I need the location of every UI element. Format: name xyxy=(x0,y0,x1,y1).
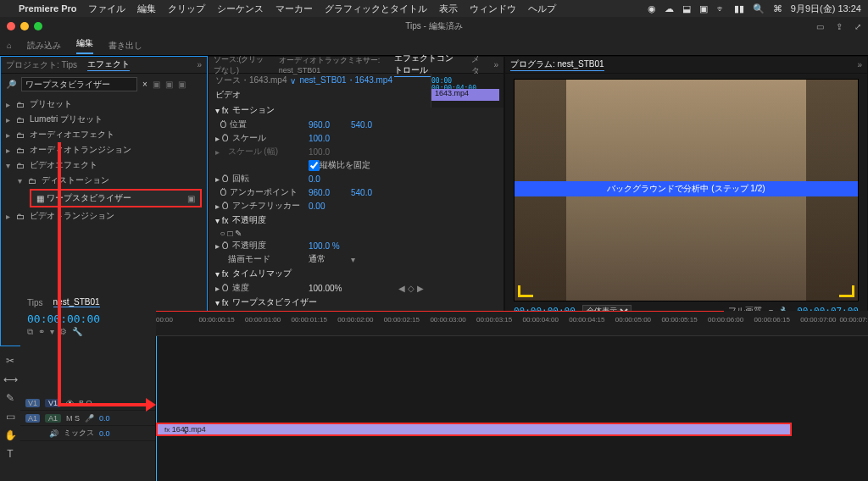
ec-opacity-value[interactable]: 100.0 % xyxy=(309,241,351,251)
program-video[interactable]: バックグラウンドで分析中 (ステップ 1/2) xyxy=(514,79,859,301)
timeline-tab-tips[interactable]: Tips xyxy=(27,298,43,307)
zoom-window-icon[interactable] xyxy=(34,22,42,30)
ec-position-x[interactable]: 960.0 xyxy=(309,120,351,130)
app-name[interactable]: Premiere Pro xyxy=(19,3,76,14)
clear-search-icon[interactable]: × xyxy=(142,80,147,89)
ec-position-label: 位置 xyxy=(230,119,247,130)
menu-sequence[interactable]: シーケンス xyxy=(217,3,264,15)
menu-view[interactable]: 表示 xyxy=(439,3,458,15)
track-mix-db[interactable]: 0.0 xyxy=(99,429,110,438)
status-wifi-icon[interactable]: ᯤ xyxy=(716,3,726,14)
menu-window[interactable]: ウィンドウ xyxy=(470,3,516,15)
menu-file[interactable]: ファイル xyxy=(88,3,125,15)
ruler-tick: 00:00:04:00 xyxy=(523,316,559,323)
share-icon[interactable]: ⇪ xyxy=(836,22,843,31)
ruler-tick: 00:00:01:15 xyxy=(292,316,327,323)
status-dropbox-icon[interactable]: ⬓ xyxy=(682,3,691,14)
tab-import[interactable]: 読み込み xyxy=(27,40,61,52)
video-clip[interactable]: fx 1643.mp4 ⤹ xyxy=(156,423,792,436)
close-window-icon[interactable] xyxy=(7,22,15,30)
ec-anchor-x[interactable]: 960.0 xyxy=(309,188,351,197)
timeline-panel: ▶ ⇥ ↔ ✂ ⟷ ✎ ▭ ✋ T Tips nest_STB01 00:00:… xyxy=(0,293,868,481)
ec-antiflicker-value[interactable]: 0.00 xyxy=(309,202,351,211)
search-icon: 🔎 xyxy=(6,80,16,89)
document-title: Tips - 編集済み xyxy=(405,20,462,32)
menu-help[interactable]: ヘルプ xyxy=(528,3,556,15)
track-a1-ms[interactable]: M S xyxy=(66,414,80,423)
keyframe-area[interactable]: 00:00 00:00:04:00 1643.mp4 xyxy=(431,74,504,108)
status-search-icon[interactable]: 🔍 xyxy=(753,3,765,14)
ruler-tick: 00:00:06:15 xyxy=(754,316,790,323)
razor-tool-icon[interactable]: ✂ xyxy=(6,355,14,367)
status-cc-icon[interactable]: ☁ xyxy=(665,3,674,14)
tab-project[interactable]: プロジェクト: Tips xyxy=(6,59,77,71)
track-a1-toggle[interactable]: A1 xyxy=(45,414,61,423)
folder-distortion[interactable]: ▾🗀ディストーション xyxy=(6,173,202,188)
folder-lumetri[interactable]: ▸🗀Lumetri プリセット xyxy=(6,112,202,127)
menu-marker[interactable]: マーカー xyxy=(275,3,313,15)
ec-uniform-scale-checkbox[interactable] xyxy=(309,160,320,171)
menubar-clock[interactable]: 9月9日(金) 13:24 xyxy=(791,3,861,15)
tab-edit[interactable]: 編集 xyxy=(76,37,93,54)
menu-graphics[interactable]: グラフィックとタイトル xyxy=(325,3,427,15)
timeline-ruler[interactable]: 00:00 00:00:00:15 00:00:01:00 00:00:01:1… xyxy=(156,311,868,336)
ruler-tick: 00:00 xyxy=(156,316,173,323)
folder-audio-tr[interactable]: ▸🗀オーディオトランジション xyxy=(6,142,202,158)
hand-tool-icon[interactable]: ✋ xyxy=(4,429,17,441)
playhead[interactable] xyxy=(156,336,157,481)
ec-clip-bar[interactable]: 1643.mp4 xyxy=(431,89,499,101)
ec-time-remap[interactable]: ▾ fxタイムリマップ xyxy=(209,266,431,281)
ec-position-y[interactable]: 540.0 xyxy=(351,120,372,130)
window-titlebar: Tips - 編集済み ▭ ⇪ ⤢ xyxy=(0,17,868,36)
folder-video-fx[interactable]: ▾🗀ビデオエフェクト xyxy=(6,158,202,173)
slip-tool-icon[interactable]: ⟷ xyxy=(3,373,18,385)
timeline-timecode[interactable]: 00:00:00:00 xyxy=(27,312,149,325)
status-battery-icon: ▮▮ xyxy=(734,3,744,14)
timeline-clip-area[interactable]: fx 1643.mp4 ⤹ xyxy=(156,336,868,481)
v1-source-patch[interactable]: V1 xyxy=(25,399,40,407)
track-mix-label[interactable]: ミックス xyxy=(64,428,94,439)
status-control-icon[interactable]: ⌘ xyxy=(773,3,782,14)
program-title[interactable]: プログラム: nest_STB01 xyxy=(510,58,604,71)
ec-opacity-label: 不透明度 xyxy=(232,240,266,252)
fx-badge3-icon[interactable]: ▣ xyxy=(178,80,186,89)
ec-blend-value[interactable]: 通常 xyxy=(309,253,351,265)
folder-audio-fx[interactable]: ▸🗀オーディオエフェクト xyxy=(6,127,202,142)
menu-edit[interactable]: 編集 xyxy=(137,3,156,15)
a1-source-patch[interactable]: A1 xyxy=(25,414,40,423)
fx-badge1-icon[interactable]: ▣ xyxy=(153,80,160,89)
minimize-window-icon[interactable] xyxy=(20,22,29,30)
status-screen-icon[interactable]: ▣ xyxy=(699,3,708,14)
home-icon[interactable]: ⌂ xyxy=(7,41,12,50)
ec-speed-label: 速度 xyxy=(232,282,249,294)
rect-tool-icon[interactable]: ▭ xyxy=(6,411,15,423)
menu-clip[interactable]: クリップ xyxy=(168,3,205,15)
panel-menu-icon[interactable]: » xyxy=(493,60,498,69)
ec-scale-w-label: スケール (幅) xyxy=(228,146,278,158)
ruler-tick: 00:00:05:15 xyxy=(661,316,697,323)
tab-export[interactable]: 書き出し xyxy=(108,40,142,52)
folder-video-tr[interactable]: ▸🗀ビデオトランジション xyxy=(6,208,202,224)
effect-warp-stabilizer[interactable]: ▦ ワープスタビライザー ▣ xyxy=(30,189,202,207)
folder-presets[interactable]: ▸🗀プリセット xyxy=(6,97,202,112)
panel-menu-icon[interactable]: » xyxy=(857,60,862,69)
ec-scale-value[interactable]: 100.0 xyxy=(309,134,351,143)
ec-speed-value[interactable]: 100.00% xyxy=(309,284,351,293)
tab-effects[interactable]: エフェクト xyxy=(87,58,130,71)
panel-menu-icon[interactable]: » xyxy=(197,60,202,69)
fullscreen-icon[interactable]: ⤢ xyxy=(854,22,861,31)
ec-rotation-value[interactable]: 0.0 xyxy=(309,174,351,184)
tab-audio-mixer[interactable]: オーディオトラックミキサー: nest_STB01 xyxy=(279,55,384,75)
tab-source[interactable]: ソース:(クリップなし) xyxy=(214,54,269,76)
fx-badge2-icon[interactable]: ▣ xyxy=(165,80,173,89)
effects-search-input[interactable] xyxy=(21,77,137,91)
traffic-lights[interactable] xyxy=(7,22,42,30)
track-a1-db[interactable]: 0.0 xyxy=(99,414,110,423)
ec-anchor-y[interactable]: 540.0 xyxy=(351,188,372,197)
type-tool-icon[interactable]: T xyxy=(7,448,13,460)
ec-opacity[interactable]: ▾ fx不透明度 xyxy=(209,213,431,228)
pen-tool-icon[interactable]: ✎ xyxy=(6,392,14,404)
workspace-icon[interactable]: ▭ xyxy=(816,22,824,31)
ec-motion[interactable]: ▾ fxモーション xyxy=(209,102,431,118)
ec-video-section[interactable]: ビデオ xyxy=(209,87,431,102)
